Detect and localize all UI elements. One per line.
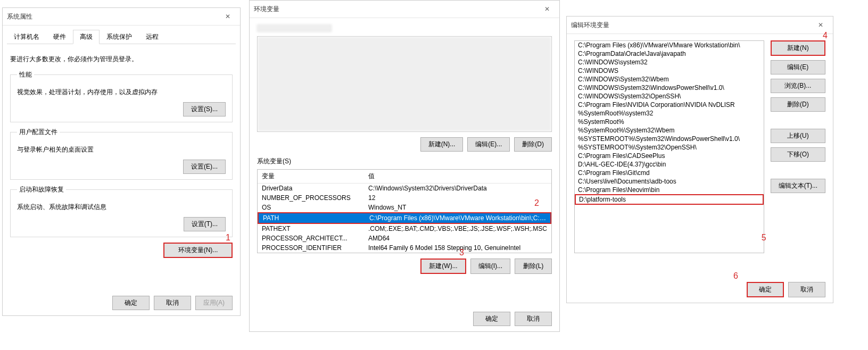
sys-new-button[interactable]: 新建(W)... [420, 259, 466, 274]
dialog-buttons: 确定 取消 [250, 306, 559, 331]
dialog-title: 编辑环境变量 [571, 21, 609, 30]
user-vars-listbox[interactable] [257, 36, 552, 132]
table-row[interactable]: PROCESSOR_ARCHITECT...AMD64 [258, 234, 551, 243]
list-item[interactable]: C:\Program Files\CADSeePlus [575, 152, 764, 160]
user-new-button[interactable]: 新建(N)... [420, 137, 464, 152]
user-profiles-settings-button[interactable]: 设置(E)... [183, 160, 226, 174]
dialog-buttons: 确定 取消 应用(A) [3, 290, 240, 315]
annotation-2: 2 [534, 198, 539, 208]
var-name: OS [258, 203, 364, 212]
var-name: PATHEXT [258, 224, 364, 234]
list-item[interactable]: C:\WINDOWS\System32\OpenSSH\ [575, 92, 764, 101]
new-button[interactable]: 新建(N) [771, 40, 825, 56]
var-value: AMD64 [364, 234, 551, 243]
startup-settings-button[interactable]: 设置(T)... [184, 217, 226, 231]
table-row[interactable]: PROCESSOR_IDENTIFIERIntel64 Family 6 Mod… [258, 243, 551, 253]
list-item[interactable]: D:\platform-tools [575, 194, 764, 205]
annotation-5: 5 [762, 233, 766, 243]
list-item[interactable]: %SystemRoot%\system32 [575, 109, 764, 118]
user-vars-label-blurred [257, 24, 332, 32]
list-item[interactable]: C:\Program Files (x86)\VMware\VMware Wor… [575, 41, 764, 49]
move-down-button[interactable]: 下移(O) [771, 147, 825, 162]
environment-variables-button[interactable]: 环境变量(N)... [163, 243, 233, 258]
list-item[interactable]: C:\WINDOWS\system32 [575, 58, 764, 66]
user-edit-button[interactable]: 编辑(E)... [467, 137, 510, 152]
cancel-button[interactable]: 取消 [788, 282, 825, 297]
list-item[interactable]: %SystemRoot%\System32\Wbem [575, 126, 764, 135]
var-value: C:\Program Files (x86)\VMware\VMware Wor… [365, 213, 550, 223]
startup-recovery-group: 启动和故障恢复 系统启动、系统故障和调试信息 设置(T)... [10, 185, 233, 237]
sys-edit-button[interactable]: 编辑(I)... [470, 259, 510, 274]
ok-button[interactable]: 确定 [473, 312, 510, 326]
performance-desc: 视觉效果，处理器计划，内存使用，以及虚拟内存 [17, 88, 226, 97]
system-vars-listbox[interactable]: 变量 值 DriverDataC:\Windows\System32\Drive… [257, 169, 552, 253]
dialog-title: 系统属性 [7, 12, 32, 21]
performance-settings-button[interactable]: 设置(S)... [183, 102, 226, 116]
annotation-6: 6 [733, 271, 738, 281]
user-vars-blurred [258, 37, 551, 131]
table-row[interactable]: OSWindows_NT [258, 203, 551, 212]
list-item[interactable]: %SystemRoot% [575, 118, 764, 126]
startup-desc: 系统启动、系统故障和调试信息 [17, 203, 226, 212]
list-item[interactable]: %SYSTEMROOT%\System32\WindowsPowerShell\… [575, 135, 764, 143]
tab-advanced[interactable]: 高级 [73, 30, 100, 44]
delete-button[interactable]: 删除(D) [771, 97, 825, 112]
col-value-header: 值 [364, 170, 551, 183]
path-listbox[interactable]: C:\Program Files (x86)\VMware\VMware Wor… [574, 40, 764, 253]
system-properties-dialog: 系统属性 ✕ 计算机名 硬件 高级 系统保护 远程 要进行大多数更改，你必须作为… [2, 7, 241, 316]
tabs: 计算机名 硬件 高级 系统保护 远程 [7, 30, 236, 44]
tab-computer-name[interactable]: 计算机名 [7, 30, 46, 44]
var-value: .COM;.EXE;.BAT;.CMD;.VBS;.VBE;.JS;.JSE;.… [364, 224, 551, 234]
list-body[interactable]: DriverDataC:\Windows\System32\Drivers\Dr… [258, 184, 551, 253]
startup-legend: 启动和故障恢复 [17, 185, 66, 194]
table-row[interactable]: PATHC:\Program Files (x86)\VMware\VMware… [258, 212, 551, 224]
var-value: 12 [364, 193, 551, 203]
user-profiles-desc: 与登录帐户相关的桌面设置 [17, 145, 226, 154]
close-icon[interactable]: ✕ [813, 20, 829, 30]
annotation-1: 1 [226, 233, 230, 243]
move-up-button[interactable]: 上移(U) [771, 129, 825, 143]
performance-legend: 性能 [17, 70, 34, 79]
edit-button[interactable]: 编辑(E) [771, 60, 825, 74]
tab-hardware[interactable]: 硬件 [46, 30, 73, 44]
browse-button[interactable]: 浏览(B)... [771, 79, 825, 93]
apply-button[interactable]: 应用(A) [195, 296, 233, 310]
list-item[interactable]: C:\Users\livel\Documents\adb-toos [575, 177, 764, 186]
list-item[interactable]: C:\Program Files\Git\cmd [575, 169, 764, 177]
list-item[interactable]: C:\ProgramData\Oracle\Java\javapath [575, 49, 764, 58]
sys-delete-button[interactable]: 删除(L) [515, 259, 552, 274]
var-name: DriverData [258, 184, 364, 193]
var-value: C:\Windows\System32\Drivers\DriverData [364, 184, 551, 193]
tab-remote[interactable]: 远程 [139, 30, 166, 44]
edit-text-button[interactable]: 编辑文本(T)... [771, 179, 825, 193]
user-profiles-group: 用户配置文件 与登录帐户相关的桌面设置 设置(E)... [10, 128, 233, 180]
close-icon[interactable]: ✕ [220, 11, 236, 22]
var-name: PROCESSOR_IDENTIFIER [258, 243, 364, 253]
list-item[interactable]: C:\WINDOWS [575, 66, 764, 75]
tab-system-protection[interactable]: 系统保护 [100, 30, 139, 44]
var-name: NUMBER_OF_PROCESSORS [258, 193, 364, 203]
performance-group: 性能 视觉效果，处理器计划，内存使用，以及虚拟内存 设置(S)... [10, 70, 233, 122]
list-item[interactable]: C:\Program Files\NVIDIA Corporation\NVID… [575, 101, 764, 109]
list-item[interactable]: C:\Program Files\Neovim\bin [575, 186, 764, 194]
edit-content: 4 C:\Program Files (x86)\VMware\VMware W… [567, 34, 833, 260]
env-content: 新建(N)... 编辑(E)... 删除(D) 系统变量(S) 变量 值 Dri… [250, 18, 559, 280]
annotation-4: 4 [823, 31, 828, 40]
cancel-button[interactable]: 取消 [515, 312, 552, 326]
cancel-button[interactable]: 取消 [154, 296, 191, 310]
system-vars-label: 系统变量(S) [257, 157, 552, 166]
list-item[interactable]: C:\WINDOWS\System32\Wbem [575, 75, 764, 84]
ok-button[interactable]: 确定 [747, 282, 784, 297]
user-delete-button[interactable]: 删除(D) [514, 137, 552, 152]
table-row[interactable]: DriverDataC:\Windows\System32\Drivers\Dr… [258, 184, 551, 193]
close-icon[interactable]: ✕ [539, 4, 555, 14]
list-item[interactable]: %SYSTEMROOT%\System32\OpenSSH\ [575, 143, 764, 152]
table-row[interactable]: NUMBER_OF_PROCESSORS12 [258, 193, 551, 203]
annotation-3: 3 [459, 248, 464, 257]
titlebar: 编辑环境变量 ✕ [567, 16, 833, 34]
table-row[interactable]: PATHEXT.COM;.EXE;.BAT;.CMD;.VBS;.VBE;.JS… [258, 224, 551, 234]
list-item[interactable]: D:\AHL-GEC-IDE(4.37)\gcc\bin [575, 160, 764, 169]
ok-button[interactable]: 确定 [112, 296, 150, 310]
list-item[interactable]: C:\WINDOWS\System32\WindowsPowerShell\v1… [575, 84, 764, 92]
titlebar: 环境变量 ✕ [250, 1, 559, 18]
